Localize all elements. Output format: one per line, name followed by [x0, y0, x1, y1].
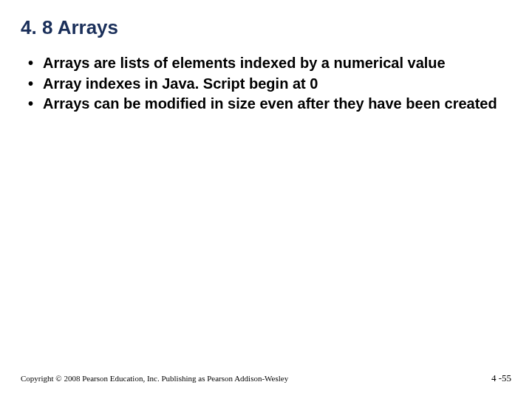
page-number: 4 -55 — [491, 372, 511, 384]
copyright-text: Copyright © 2008 Pearson Education, Inc.… — [21, 374, 288, 383]
bullet-item: Arrays are lists of elements indexed by … — [28, 54, 511, 73]
slide-footer: Copyright © 2008 Pearson Education, Inc.… — [21, 372, 511, 384]
bullet-list: Arrays are lists of elements indexed by … — [21, 54, 511, 114]
slide-title: 4. 8 Arrays — [21, 16, 511, 39]
bullet-item: Array indexes in Java. Script begin at 0 — [28, 75, 511, 94]
slide-container: 4. 8 Arrays Arrays are lists of elements… — [0, 0, 532, 399]
bullet-item: Arrays can be modified in size even afte… — [28, 95, 511, 114]
